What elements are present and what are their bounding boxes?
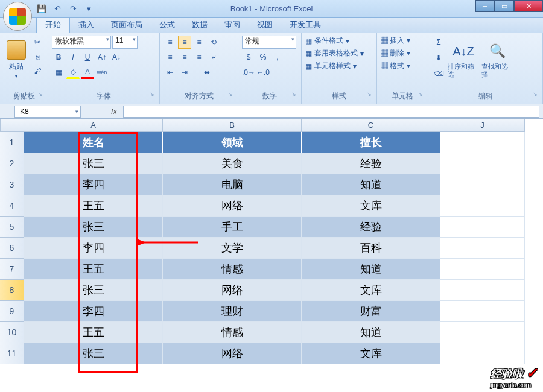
align-left-button[interactable]: ≡ xyxy=(164,51,177,64)
data-cell[interactable]: 李四 xyxy=(24,238,163,259)
row-header-4[interactable]: 4 xyxy=(0,195,24,217)
data-cell[interactable]: 经验 xyxy=(302,217,440,238)
align-right-button[interactable]: ≡ xyxy=(192,51,206,64)
redo-button[interactable]: ↷ xyxy=(68,4,78,14)
data-cell[interactable] xyxy=(440,238,525,259)
formula-input[interactable] xyxy=(123,106,539,118)
data-cell[interactable]: 知道 xyxy=(302,259,440,280)
header-cell[interactable] xyxy=(440,132,525,153)
data-cell[interactable]: 网络 xyxy=(163,195,302,217)
select-all-button[interactable] xyxy=(0,119,24,132)
font-size-combo[interactable]: 11 xyxy=(112,36,138,49)
conditional-format-button[interactable]: ▦条件格式 ▾ xyxy=(305,36,349,46)
merge-button[interactable]: ⬌ xyxy=(192,66,221,79)
align-bottom-button[interactable]: ≡ xyxy=(192,36,206,49)
phonetic-button[interactable]: wén xyxy=(95,66,109,79)
data-cell[interactable] xyxy=(440,174,525,195)
decrease-indent-button[interactable]: ⇤ xyxy=(164,66,177,79)
bold-button[interactable]: B xyxy=(52,51,65,64)
data-cell[interactable] xyxy=(440,280,525,301)
row-header-11[interactable]: 11 xyxy=(0,343,24,364)
data-cell[interactable]: 文学 xyxy=(163,238,302,259)
tab-insert[interactable]: 插入 xyxy=(70,17,103,33)
data-cell[interactable]: 手工 xyxy=(163,217,302,238)
fill-color-button[interactable]: ◇ xyxy=(66,66,80,79)
cut-button[interactable]: ✂ xyxy=(31,36,44,49)
save-button[interactable]: 💾 xyxy=(36,4,47,14)
format-cells-button[interactable]: ▦ 格式 ▾ xyxy=(381,61,410,71)
fx-icon[interactable]: fx xyxy=(105,107,123,116)
tab-developer[interactable]: 开发工具 xyxy=(281,17,329,33)
data-cell[interactable] xyxy=(440,322,525,343)
row-header-7[interactable]: 7 xyxy=(0,259,24,280)
data-cell[interactable]: 百科 xyxy=(302,238,440,259)
data-cell[interactable]: 张三 xyxy=(24,343,163,364)
tab-formulas[interactable]: 公式 xyxy=(151,17,183,33)
data-cell[interactable]: 美食 xyxy=(163,153,302,174)
maximize-button[interactable]: ▭ xyxy=(495,0,514,12)
tab-review[interactable]: 审阅 xyxy=(216,17,249,33)
delete-cells-button[interactable]: ▦ 删除 ▾ xyxy=(381,48,410,58)
data-cell[interactable] xyxy=(440,195,525,217)
close-button[interactable]: ✕ xyxy=(514,0,543,12)
row-header-8[interactable]: 8 xyxy=(0,280,24,301)
header-cell[interactable]: 擅长 xyxy=(302,132,440,153)
data-cell[interactable]: 理财 xyxy=(163,301,302,322)
sort-filter-button[interactable]: A↓Z 排序和筛选 xyxy=(448,36,479,84)
row-header-6[interactable]: 6 xyxy=(0,238,24,259)
col-header-C[interactable]: C xyxy=(302,119,440,132)
data-cell[interactable]: 情感 xyxy=(163,322,302,343)
italic-button[interactable]: I xyxy=(66,51,80,64)
insert-cells-button[interactable]: ▦ 插入 ▾ xyxy=(381,36,410,46)
undo-button[interactable]: ↶ xyxy=(52,4,63,14)
tab-pagelayout[interactable]: 页面布局 xyxy=(103,17,151,33)
data-cell[interactable]: 经验 xyxy=(302,153,440,174)
paste-button[interactable]: 粘贴 ▾ xyxy=(4,36,28,84)
font-color-button[interactable]: A xyxy=(81,66,94,79)
data-cell[interactable]: 李四 xyxy=(24,174,163,195)
fill-button[interactable]: ⬇ xyxy=(432,51,445,65)
col-header-A[interactable]: A xyxy=(24,119,163,132)
data-cell[interactable] xyxy=(440,259,525,280)
increase-decimal-button[interactable]: .0→ xyxy=(242,66,255,79)
borders-button[interactable]: ▦ xyxy=(52,66,65,79)
data-cell[interactable] xyxy=(440,301,525,322)
data-cell[interactable]: 张三 xyxy=(24,217,163,238)
font-family-combo[interactable]: 微软雅黑 xyxy=(52,36,111,49)
office-button[interactable] xyxy=(3,2,32,31)
header-cell[interactable]: 领域 xyxy=(163,132,302,153)
data-cell[interactable]: 网络 xyxy=(163,280,302,301)
underline-button[interactable]: U xyxy=(81,51,94,64)
header-cell[interactable]: 姓名 xyxy=(24,132,163,153)
align-center-button[interactable]: ≡ xyxy=(178,51,191,64)
percent-button[interactable]: % xyxy=(256,51,270,64)
increase-indent-button[interactable]: ⇥ xyxy=(178,66,191,79)
data-cell[interactable] xyxy=(440,153,525,174)
row-header-10[interactable]: 10 xyxy=(0,322,24,343)
data-cell[interactable]: 财富 xyxy=(302,301,440,322)
align-top-button[interactable]: ≡ xyxy=(164,36,177,49)
col-header-B[interactable]: B xyxy=(163,119,302,132)
copy-button[interactable]: ⎘ xyxy=(31,50,44,63)
find-select-button[interactable]: 🔍 查找和选择 xyxy=(481,36,513,84)
decrease-decimal-button[interactable]: ←.0 xyxy=(256,66,270,79)
comma-button[interactable]: , xyxy=(271,51,284,64)
data-cell[interactable]: 知道 xyxy=(302,174,440,195)
currency-button[interactable]: $ xyxy=(242,51,255,64)
data-cell[interactable]: 张三 xyxy=(24,153,163,174)
data-cell[interactable]: 王五 xyxy=(24,322,163,343)
data-cell[interactable] xyxy=(440,217,525,238)
row-header-1[interactable]: 1 xyxy=(0,132,24,153)
row-header-9[interactable]: 9 xyxy=(0,301,24,322)
increase-font-button[interactable]: A↑ xyxy=(95,51,109,64)
data-cell[interactable]: 电脑 xyxy=(163,174,302,195)
row-header-2[interactable]: 2 xyxy=(0,153,24,174)
number-format-combo[interactable]: 常规 xyxy=(242,36,296,49)
autosum-button[interactable]: Σ xyxy=(432,36,445,49)
format-painter-button[interactable]: 🖌 xyxy=(31,65,44,78)
col-header-J[interactable]: J xyxy=(440,119,525,132)
tab-home[interactable]: 开始 xyxy=(36,16,70,33)
clear-button[interactable]: ⌫ xyxy=(432,67,445,80)
data-cell[interactable]: 情感 xyxy=(163,259,302,280)
qat-more-button[interactable]: ▾ xyxy=(83,4,94,14)
